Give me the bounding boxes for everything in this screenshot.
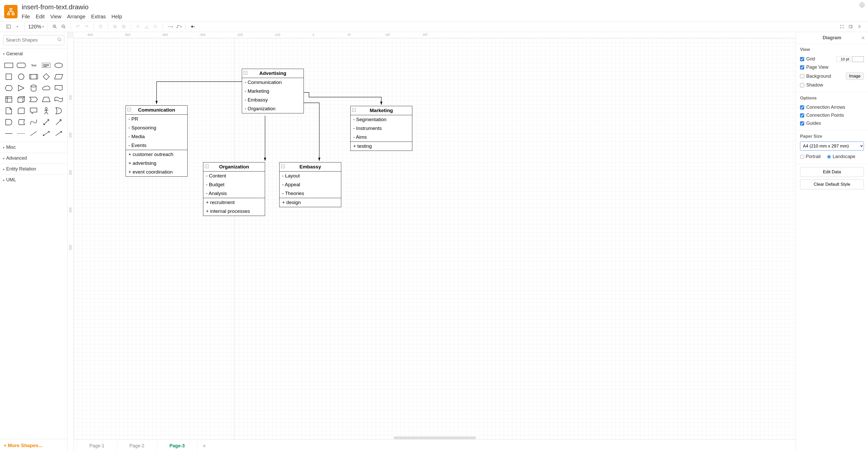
shape-trapezoid[interactable] bbox=[41, 95, 52, 104]
uml-marketing[interactable]: −Marketing - Segmentation - Instruments … bbox=[350, 106, 412, 151]
shape-link[interactable] bbox=[4, 129, 14, 138]
shape-triangle[interactable] bbox=[16, 84, 26, 93]
shape-square[interactable] bbox=[4, 72, 14, 82]
page-view-checkbox[interactable] bbox=[800, 65, 804, 69]
chevron-down-icon[interactable]: ▾ bbox=[14, 23, 21, 30]
collapse-icon[interactable]: − bbox=[127, 108, 131, 111]
shape-cylinder[interactable] bbox=[28, 84, 39, 93]
grid-size-input[interactable] bbox=[836, 56, 850, 62]
uml-organization[interactable]: −Organization - Content - Budget - Analy… bbox=[203, 162, 265, 216]
grid-checkbox[interactable] bbox=[800, 57, 804, 61]
waypoint-icon[interactable]: ▾ bbox=[175, 23, 182, 30]
shape-line2[interactable] bbox=[28, 129, 39, 138]
add-page-button[interactable]: + bbox=[197, 440, 211, 452]
shape-bidir-arrow[interactable] bbox=[41, 118, 52, 127]
conn-arrows-checkbox[interactable] bbox=[800, 105, 804, 109]
uml-advertising[interactable]: −Advertising - Communication - Marketing… bbox=[242, 69, 304, 114]
shape-tape[interactable] bbox=[54, 95, 64, 104]
menu-help[interactable]: Help bbox=[112, 14, 122, 20]
collapse-icon[interactable]: − bbox=[281, 164, 285, 168]
undo-icon[interactable]: ↶ bbox=[74, 23, 81, 30]
shape-step[interactable] bbox=[28, 95, 39, 104]
shape-text[interactable]: Text bbox=[28, 61, 39, 70]
shape-and[interactable] bbox=[4, 118, 14, 127]
uml-communication[interactable]: −Communication - PR - Sponsoring - Media… bbox=[126, 105, 188, 177]
tab-page-1[interactable]: Page-1 bbox=[77, 440, 117, 452]
shape-hexagon[interactable] bbox=[4, 84, 14, 93]
more-shapes-button[interactable]: + More Shapes... bbox=[0, 439, 67, 452]
edit-data-button[interactable]: Edit Data bbox=[800, 167, 864, 177]
paper-size-select[interactable]: A4 (210 mm x 297 mm) bbox=[800, 141, 864, 151]
menu-view[interactable]: View bbox=[51, 14, 61, 20]
shadow-icon[interactable] bbox=[152, 23, 159, 30]
shape-rounded-rect[interactable] bbox=[16, 61, 26, 70]
clear-style-button[interactable]: Clear Default Style bbox=[800, 180, 864, 189]
section-general[interactable]: ▾General bbox=[0, 49, 67, 59]
zoom-level[interactable]: 120% ▾ bbox=[28, 24, 44, 30]
guides-checkbox[interactable] bbox=[800, 121, 804, 126]
canvas[interactable]: -603 -503 -403 -303 -203 -103 -3 97 197 … bbox=[68, 32, 796, 452]
shape-data-storage[interactable] bbox=[16, 118, 26, 127]
menu-edit[interactable]: Edit bbox=[36, 14, 44, 20]
shape-dir-arrow[interactable] bbox=[54, 129, 64, 138]
scrollbar-horizontal[interactable] bbox=[394, 437, 476, 439]
fullscreen-icon[interactable] bbox=[839, 23, 845, 30]
background-checkbox[interactable] bbox=[800, 74, 804, 78]
section-advanced[interactable]: ▸Advanced bbox=[0, 153, 67, 163]
sidebar-toggle-icon[interactable] bbox=[5, 23, 12, 30]
uml-embassy[interactable]: −Embassy - Layout - Appeal - Theories + … bbox=[279, 162, 341, 207]
shape-circle[interactable] bbox=[16, 72, 26, 82]
shape-internal-storage[interactable] bbox=[4, 95, 14, 104]
format-panel-icon[interactable] bbox=[847, 23, 854, 30]
search-shapes-input[interactable] bbox=[3, 35, 64, 45]
shape-ellipse[interactable] bbox=[54, 61, 64, 70]
menu-arrange[interactable]: Arrange bbox=[67, 14, 86, 20]
menu-extras[interactable]: Extras bbox=[91, 14, 106, 20]
collapse-icon[interactable]: − bbox=[352, 108, 356, 112]
line-color-icon[interactable] bbox=[144, 23, 150, 30]
menu-file[interactable]: File bbox=[22, 14, 30, 20]
close-icon[interactable]: ✕ bbox=[861, 35, 865, 41]
shape-card[interactable] bbox=[16, 106, 26, 116]
shape-actor[interactable] bbox=[41, 106, 52, 116]
shape-curve[interactable] bbox=[28, 118, 39, 127]
shape-bidir-thin[interactable] bbox=[41, 129, 52, 138]
tab-page-2[interactable]: Page-2 bbox=[117, 440, 157, 452]
grid-color-swatch[interactable] bbox=[852, 56, 864, 62]
shape-document[interactable] bbox=[54, 84, 64, 93]
zoom-out-icon[interactable] bbox=[60, 23, 67, 30]
shape-cube[interactable] bbox=[16, 95, 26, 104]
shape-dashed[interactable] bbox=[16, 129, 26, 138]
redo-icon[interactable]: ↷ bbox=[83, 23, 90, 30]
shape-rect[interactable] bbox=[4, 61, 14, 70]
section-uml[interactable]: ▸UML bbox=[0, 174, 67, 185]
shape-parallelogram[interactable] bbox=[54, 72, 64, 82]
zoom-in-icon[interactable] bbox=[52, 23, 58, 30]
section-misc[interactable]: ▸Misc bbox=[0, 142, 67, 153]
to-back-icon[interactable] bbox=[120, 23, 127, 30]
image-button[interactable]: Image bbox=[846, 72, 864, 80]
portrait-radio[interactable] bbox=[800, 155, 804, 159]
collapse-icon[interactable]: − bbox=[244, 71, 247, 75]
connection-icon[interactable]: → ▾ bbox=[166, 23, 173, 30]
shape-arrow[interactable] bbox=[54, 118, 64, 127]
section-entity-relation[interactable]: ▸Entity Relation bbox=[0, 164, 67, 174]
search-icon[interactable] bbox=[57, 37, 62, 43]
conn-points-checkbox[interactable] bbox=[800, 114, 804, 118]
collapse-icon[interactable]: − bbox=[205, 164, 209, 168]
shape-callout[interactable] bbox=[28, 106, 39, 116]
canvas-surface[interactable]: −Advertising - Communication - Marketing… bbox=[74, 38, 796, 440]
shape-diamond[interactable] bbox=[41, 72, 52, 82]
shape-or[interactable] bbox=[54, 106, 64, 116]
shape-note[interactable] bbox=[4, 106, 14, 116]
fill-color-icon[interactable] bbox=[134, 23, 141, 30]
file-title[interactable]: insert-from-text.drawio bbox=[22, 2, 122, 12]
shadow-checkbox[interactable] bbox=[800, 83, 804, 87]
delete-icon[interactable] bbox=[97, 23, 104, 30]
shape-process[interactable] bbox=[28, 72, 39, 82]
shape-cloud[interactable] bbox=[41, 84, 52, 93]
collapse-icon[interactable] bbox=[856, 23, 863, 30]
tab-page-3[interactable]: Page-3 bbox=[157, 440, 197, 452]
shape-textbox[interactable] bbox=[41, 61, 52, 70]
language-icon[interactable] bbox=[859, 2, 865, 9]
